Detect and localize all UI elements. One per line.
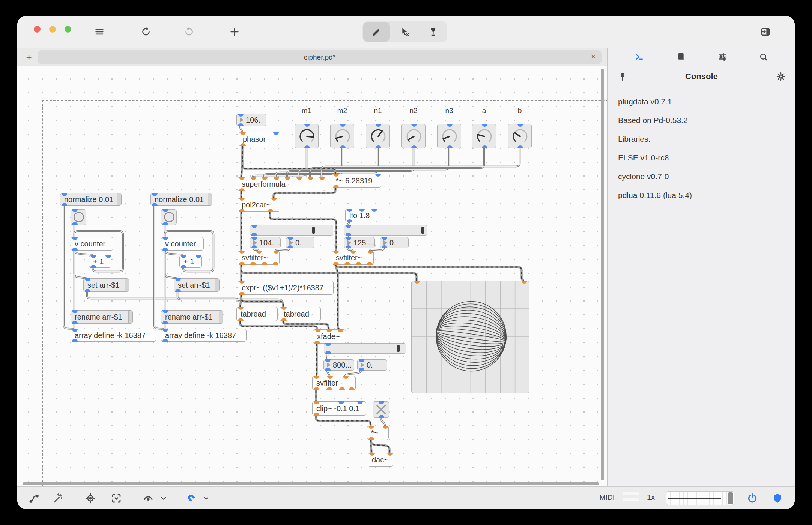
pd-slider-cutoff-2[interactable] (344, 225, 427, 236)
signal-outlet[interactable] (239, 262, 245, 265)
main-menu-icon[interactable] (94, 27, 105, 37)
pd-array-define-b[interactable]: array define -k 16387 (161, 329, 247, 342)
pd-number-104[interactable]: 104.... (250, 237, 281, 248)
pd-bang-b[interactable] (161, 209, 177, 225)
control-inlet[interactable] (375, 174, 381, 177)
tab-close-button[interactable]: × (591, 51, 596, 62)
pd-rename-arr-a[interactable]: rename arr-$1 (71, 310, 133, 324)
pd-svfilter-2[interactable]: svfilter~ (332, 250, 374, 265)
control-outlet[interactable] (382, 245, 387, 248)
pd-toggle-mute[interactable] (373, 401, 389, 418)
control-inlet[interactable] (251, 225, 257, 228)
control-outlet[interactable] (325, 368, 331, 370)
signal-inlet[interactable] (368, 250, 373, 254)
signal-inlet[interactable] (271, 198, 277, 201)
control-outlet[interactable] (62, 203, 67, 206)
signal-outlet[interactable] (268, 209, 273, 212)
signal-outlet[interactable] (238, 318, 244, 321)
control-inlet[interactable] (325, 343, 331, 346)
signal-outlet[interactable] (273, 262, 278, 265)
signal-inlet[interactable] (296, 177, 302, 180)
protect-shield-icon[interactable] (772, 493, 783, 504)
vertical-scrollbar[interactable] (601, 69, 604, 480)
run-mode-button[interactable] (391, 22, 418, 42)
pd-number-106[interactable]: 106. (236, 114, 266, 126)
pd-svfilter-3[interactable]: svfilter~ (312, 376, 356, 390)
pd-slider-cutoff-1[interactable] (250, 225, 333, 236)
control-outlet[interactable] (379, 415, 384, 418)
pd-normalize-a[interactable]: normalize 0.01 (60, 193, 122, 206)
signal-outlet[interactable] (349, 387, 355, 390)
control-outlet[interactable] (175, 289, 181, 292)
new-tab-button[interactable]: + (23, 51, 35, 63)
pd-number-0-c[interactable]: 0. (357, 359, 387, 370)
pd-vcounter-a[interactable]: v counter (71, 237, 113, 250)
slider-handle[interactable] (421, 227, 424, 234)
signal-outlet[interactable] (239, 292, 245, 295)
control-outlet[interactable] (346, 245, 351, 248)
pd-knob-m1[interactable] (295, 124, 319, 148)
pd-knob-n3[interactable] (437, 124, 461, 148)
signal-outlet[interactable] (326, 387, 332, 390)
pd-slider-cutoff-3[interactable] (324, 343, 406, 354)
tab-cipher[interactable]: cipher.pd* × (38, 50, 602, 64)
signal-outlet[interactable] (250, 262, 256, 265)
control-outlet[interactable] (287, 245, 293, 248)
pd-set-arr-b[interactable]: set arr-$1 (174, 278, 220, 292)
dsp-power-icon[interactable] (747, 493, 758, 504)
volume-handle[interactable] (728, 492, 733, 504)
control-outlet[interactable] (447, 146, 453, 148)
console-tab-icon[interactable] (635, 52, 644, 62)
zoom-level[interactable]: 1x (647, 493, 655, 502)
slider-handle[interactable] (397, 345, 400, 352)
control-outlet[interactable] (72, 321, 78, 324)
control-inlet[interactable] (196, 255, 201, 258)
control-inlet[interactable] (251, 237, 257, 240)
control-outlet[interactable] (90, 265, 96, 268)
pd-normalize-b[interactable]: normalize 0.01 (150, 193, 212, 206)
snap-magnet-icon[interactable] (186, 493, 197, 504)
control-outlet[interactable] (72, 222, 78, 225)
signal-outlet[interactable] (314, 340, 320, 344)
control-inlet[interactable] (359, 359, 364, 362)
control-outlet[interactable] (152, 203, 158, 206)
control-outlet[interactable] (162, 339, 168, 342)
signal-outlet[interactable] (368, 437, 374, 440)
signal-outlet[interactable] (333, 185, 339, 188)
pd-expr[interactable]: expr~ (($v1+1)/2)*16387 (238, 280, 334, 295)
minimize-window-button[interactable] (49, 26, 56, 33)
pd-dac[interactable]: dac~ (368, 453, 393, 467)
signal-outlet[interactable] (344, 262, 350, 265)
pd-number-800[interactable]: 800... (323, 359, 354, 370)
pd-set-arr-a[interactable]: set arr-$1 (83, 278, 129, 292)
control-outlet[interactable] (251, 232, 257, 236)
control-outlet[interactable] (482, 146, 487, 148)
pd-knob-a[interactable] (472, 124, 496, 148)
signal-outlet[interactable] (240, 143, 246, 146)
pd-tabread-1[interactable]: tabread~ (236, 307, 278, 321)
patch-canvas[interactable]: m1m2n1n2n3ab106.phasor~ superformula~*~ … (17, 66, 607, 486)
control-outlet[interactable] (251, 245, 257, 248)
signal-inlet[interactable] (319, 177, 325, 180)
control-outlet[interactable] (325, 351, 331, 354)
control-outlet[interactable] (238, 123, 244, 126)
signal-outlet[interactable] (262, 262, 267, 265)
pd-plus1-b[interactable]: + 1 (179, 255, 202, 268)
control-inlet[interactable] (382, 237, 387, 240)
signal-inlet[interactable] (274, 250, 279, 254)
pd-number-0-b[interactable]: 0. (380, 237, 409, 248)
pd-knob-b[interactable] (508, 124, 532, 148)
control-outlet[interactable] (411, 146, 417, 148)
gear-icon[interactable] (776, 72, 786, 81)
pd-number-0-a[interactable]: 0. (286, 237, 314, 248)
control-outlet[interactable] (162, 321, 168, 324)
signal-outlet[interactable] (356, 262, 361, 265)
signal-outlet[interactable] (367, 262, 373, 265)
signal-inlet[interactable] (383, 426, 388, 429)
chevron-down-icon[interactable] (159, 494, 168, 502)
pd-phasor[interactable]: phasor~ (239, 132, 279, 146)
pd-scope-graph[interactable] (411, 280, 529, 393)
pd-knob-n2[interactable] (401, 124, 426, 148)
pd-number-125[interactable]: 125.... (344, 237, 375, 248)
control-outlet[interactable] (181, 265, 186, 268)
